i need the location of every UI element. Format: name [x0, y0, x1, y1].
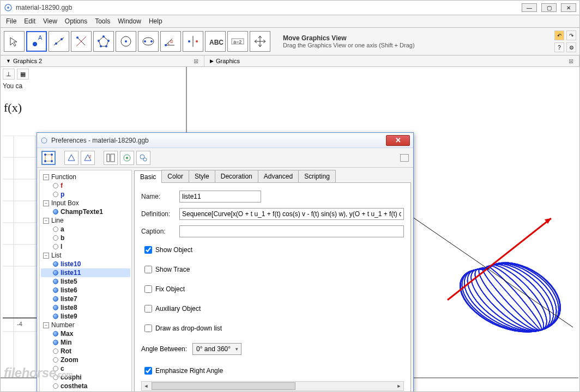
visibility-dot-icon[interactable] — [53, 305, 58, 310]
tree-item[interactable]: liste10 — [41, 260, 130, 268]
angle-between-select[interactable]: 0° and 360° — [192, 343, 241, 355]
prefs-graphics2-button[interactable]: 2 — [81, 151, 95, 165]
menu-edit[interactable]: Edit — [24, 17, 35, 25]
tree-item[interactable]: Min — [41, 338, 130, 347]
visibility-dot-icon[interactable] — [53, 209, 58, 215]
caption-input[interactable] — [179, 225, 404, 237]
visibility-dot-icon[interactable] — [53, 348, 58, 354]
minimize-button[interactable]: — — [522, 3, 537, 12]
tree-item[interactable]: f — [41, 181, 130, 190]
dialog-pin-button[interactable] — [400, 154, 409, 162]
tool-line[interactable] — [49, 31, 69, 52]
tree-item[interactable]: costheta — [41, 382, 130, 390]
view-tab-graphics2[interactable]: ▼Graphics 2⊠ — [1, 56, 204, 66]
tool-ellipse[interactable] — [138, 31, 159, 52]
redo-button[interactable]: ↷ — [566, 30, 576, 40]
tab-style[interactable]: Style — [189, 170, 215, 182]
tree-item[interactable]: liste7 — [41, 295, 130, 303]
horizontal-scrollbar[interactable]: ◄► — [141, 381, 404, 391]
close-button[interactable]: ✕ — [561, 3, 576, 12]
visibility-dot-icon[interactable] — [53, 279, 58, 284]
tree-item[interactable]: ChampTexte1 — [41, 207, 130, 216]
visibility-dot-icon[interactable] — [53, 235, 58, 241]
tool-point[interactable]: A — [26, 31, 47, 52]
tree-category[interactable]: −Function — [41, 173, 130, 181]
tree-item[interactable]: liste11 — [41, 268, 130, 277]
visibility-dot-icon[interactable] — [53, 192, 58, 197]
expander-icon[interactable]: − — [43, 253, 49, 259]
menu-options[interactable]: Options — [65, 17, 87, 25]
fix-object-checkbox[interactable] — [144, 285, 152, 293]
tab-decoration[interactable]: Decoration — [215, 170, 258, 182]
visibility-dot-icon[interactable] — [53, 226, 58, 232]
show-trace-checkbox[interactable] — [144, 266, 152, 273]
tool-reflect[interactable] — [183, 31, 203, 52]
tree-item[interactable]: liste8 — [41, 303, 130, 312]
tree-item[interactable]: a — [41, 225, 130, 234]
grid-toggle[interactable]: ▦ — [17, 69, 29, 79]
definition-input[interactable] — [179, 208, 404, 220]
tab-basic[interactable]: Basic — [134, 170, 162, 183]
tool-move[interactable] — [4, 31, 25, 52]
visibility-dot-icon[interactable] — [53, 183, 58, 188]
expander-icon[interactable]: − — [43, 322, 49, 328]
menu-file[interactable]: File — [6, 17, 16, 25]
emphasize-checkbox[interactable] — [144, 367, 152, 375]
tab-scripting[interactable]: Scripting — [298, 170, 336, 182]
visibility-dot-icon[interactable] — [53, 244, 58, 249]
expander-icon[interactable]: − — [43, 200, 49, 206]
visibility-dot-icon[interactable] — [53, 287, 58, 293]
settings-button[interactable]: ⚙ — [566, 42, 576, 52]
visibility-dot-icon[interactable] — [53, 331, 58, 336]
tool-slider[interactable]: a=2 — [227, 31, 248, 52]
tree-item[interactable]: Rot — [41, 347, 130, 356]
tool-text[interactable]: ABC — [205, 31, 226, 52]
tree-item[interactable]: l — [41, 242, 130, 251]
visibility-dot-icon[interactable] — [53, 340, 58, 345]
visibility-dot-icon[interactable] — [53, 261, 58, 267]
tool-polygon[interactable] — [93, 31, 114, 52]
tool-move-view[interactable] — [250, 31, 270, 52]
undo-button[interactable]: ↶ — [554, 30, 564, 40]
tree-item[interactable]: Max — [41, 329, 130, 338]
object-tree[interactable]: −Functionfp−Input BoxChampTexte1−Lineabl… — [39, 170, 132, 392]
tree-category[interactable]: −Line — [41, 216, 130, 225]
menu-help[interactable]: Help — [149, 17, 162, 25]
tree-category[interactable]: −Number — [41, 321, 130, 329]
axes-toggle[interactable]: ⊥ — [3, 69, 15, 79]
tree-item[interactable]: b — [41, 234, 130, 242]
prefs-defaults-button[interactable] — [120, 151, 134, 165]
auxiliary-checkbox[interactable] — [144, 305, 152, 313]
prefs-graphics-button[interactable] — [64, 151, 78, 165]
menu-window[interactable]: Window — [118, 17, 141, 25]
tree-item[interactable]: p — [41, 190, 130, 199]
dialog-titlebar[interactable]: Preferences - material-18290.ggb ✕ — [37, 133, 413, 148]
tool-segment[interactable] — [71, 31, 92, 52]
tree-item[interactable]: liste5 — [41, 277, 130, 286]
view-tab-graphics[interactable]: ▶Graphics⊠ — [204, 56, 579, 66]
prefs-objects-button[interactable] — [41, 151, 56, 165]
maximize-button[interactable]: ▢ — [541, 3, 557, 12]
visibility-dot-icon[interactable] — [53, 357, 58, 363]
menu-view[interactable]: View — [43, 17, 57, 25]
tree-item[interactable]: Zoom — [41, 356, 130, 364]
tab-color[interactable]: Color — [161, 170, 189, 182]
tab-advanced[interactable]: Advanced — [258, 170, 299, 182]
dropdown-checkbox[interactable] — [144, 324, 152, 332]
tree-category[interactable]: −List — [41, 251, 130, 260]
expander-icon[interactable]: − — [43, 174, 49, 180]
tree-item[interactable]: liste9 — [41, 312, 130, 321]
help-button[interactable]: ? — [554, 42, 564, 52]
tree-category[interactable]: −Input Box — [41, 199, 130, 207]
prefs-advanced-button[interactable] — [136, 151, 150, 165]
visibility-dot-icon[interactable] — [53, 296, 58, 302]
menu-tools[interactable]: Tools — [95, 17, 110, 25]
visibility-dot-icon[interactable] — [53, 314, 58, 319]
dialog-close-button[interactable]: ✕ — [386, 135, 410, 146]
name-input[interactable] — [179, 191, 261, 203]
visibility-dot-icon[interactable] — [53, 383, 58, 389]
tool-angle[interactable]: α — [160, 31, 181, 52]
prefs-layout-button[interactable] — [104, 151, 118, 165]
show-object-checkbox[interactable] — [144, 246, 152, 254]
tool-circle[interactable] — [116, 31, 136, 52]
